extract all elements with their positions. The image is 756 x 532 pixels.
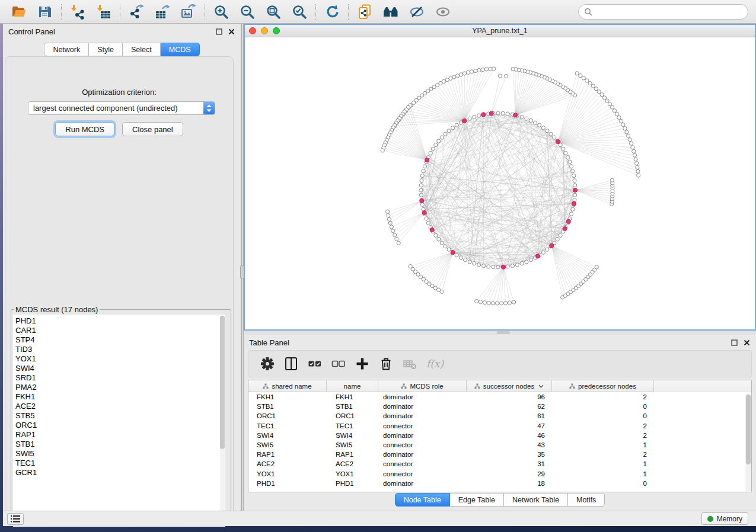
- control-panel-tabs: Network Style Select MCDS: [3, 43, 241, 56]
- shared-column-icon: [569, 383, 575, 389]
- table-row[interactable]: STB1STB1dominator620: [248, 402, 751, 411]
- tab-mcds[interactable]: MCDS: [161, 43, 200, 56]
- delete-table-icon[interactable]: [403, 357, 417, 371]
- import-table-icon[interactable]: [96, 4, 111, 20]
- mcds-node-item[interactable]: GCR1: [15, 468, 225, 477]
- control-panel-titlebar: Control Panel: [3, 24, 241, 39]
- mcds-node-item[interactable]: FKH1: [15, 392, 225, 402]
- share-document-icon[interactable]: [357, 4, 372, 20]
- mcds-node-item[interactable]: ORC1: [15, 421, 225, 430]
- show-panels-icon[interactable]: [435, 4, 451, 20]
- mcds-node-item[interactable]: STB1: [15, 440, 225, 449]
- mcds-node-item[interactable]: SRD1: [15, 373, 225, 383]
- tab-select[interactable]: Select: [123, 43, 161, 56]
- mcds-node-item[interactable]: STB5: [15, 411, 225, 421]
- tab-style[interactable]: Style: [89, 43, 123, 56]
- mcds-node-item[interactable]: SWI4: [15, 364, 225, 373]
- mcds-node-item[interactable]: PHD1: [15, 316, 225, 326]
- control-panel-title: Control Panel: [8, 27, 55, 36]
- table-toolbar: f(x): [248, 350, 752, 377]
- task-history-button[interactable]: [7, 513, 24, 525]
- table-row[interactable]: SWI5SWI5connector431: [248, 440, 751, 450]
- column-header-name[interactable]: name: [327, 380, 378, 392]
- sort-descending-icon: [538, 384, 544, 388]
- table-row[interactable]: RAP1RAP1dominator352: [248, 450, 751, 459]
- table-row[interactable]: SWI4SWI4dominator462: [248, 431, 751, 440]
- mcds-node-item[interactable]: ACE2: [15, 402, 225, 411]
- search-icon: [584, 8, 592, 16]
- mcds-list-scrollbar[interactable]: [220, 316, 225, 525]
- export-image-icon[interactable]: [181, 4, 196, 20]
- column-header-successor-nodes[interactable]: successor nodes: [467, 380, 552, 392]
- add-column-icon[interactable]: [355, 357, 369, 371]
- close-panel-icon[interactable]: [228, 28, 235, 36]
- table-scrollbar[interactable]: [745, 393, 751, 492]
- mcds-node-item[interactable]: CAR1: [15, 326, 225, 335]
- zoom-out-icon[interactable]: [240, 4, 255, 20]
- run-mcds-button[interactable]: Run MCDS: [55, 122, 114, 136]
- column-header-shared-name[interactable]: shared name: [248, 380, 327, 392]
- column-header-predecessor-nodes[interactable]: predecessor nodes: [552, 380, 654, 392]
- mcds-node-item[interactable]: RAP1: [15, 430, 225, 440]
- network-window-titlebar: YPA_prune.txt_1: [245, 25, 755, 37]
- hide-panels-icon[interactable]: [409, 4, 425, 20]
- refresh-icon[interactable]: [324, 4, 340, 20]
- search-network-icon[interactable]: [383, 4, 398, 20]
- tab-network[interactable]: Network: [44, 43, 89, 56]
- tab-edge-table[interactable]: Edge Table: [450, 493, 504, 507]
- import-network-icon[interactable]: [70, 4, 85, 20]
- show-columns-icon[interactable]: [284, 357, 298, 371]
- search-input[interactable]: [592, 7, 742, 17]
- toolbar-separator: [315, 4, 316, 20]
- table-row[interactable]: ORC1ORC1dominator610: [248, 411, 751, 421]
- table-row[interactable]: YOX1YOX1connector291: [248, 469, 751, 479]
- toolbar-separator: [61, 4, 62, 20]
- network-window-title: YPA_prune.txt_1: [245, 27, 755, 35]
- save-icon[interactable]: [37, 4, 53, 20]
- tab-network-table[interactable]: Network Table: [504, 493, 568, 507]
- float-panel-icon[interactable]: [215, 28, 223, 36]
- status-bar: Memory: [3, 511, 756, 526]
- close-panel-icon[interactable]: [743, 339, 751, 347]
- tab-node-table[interactable]: Node Table: [395, 493, 450, 507]
- table-row[interactable]: ACE2ACE2connector311: [248, 459, 751, 469]
- horizontal-splitter-grip[interactable]: [497, 331, 510, 334]
- export-table-icon[interactable]: [155, 4, 170, 20]
- horizontal-splitter[interactable]: [244, 331, 756, 335]
- mcds-result-group: MCDS result (17 nodes) PHD1CAR1STP4TID3Y…: [11, 305, 231, 525]
- node-table: shared name name MCDS role successor nod…: [248, 380, 752, 492]
- memory-button[interactable]: Memory: [701, 512, 748, 525]
- mcds-node-item[interactable]: PMA2: [15, 383, 225, 392]
- criterion-value: largest connected component (undirected): [28, 104, 203, 113]
- zoom-selected-icon[interactable]: [292, 4, 307, 20]
- mcds-node-item[interactable]: STP4: [15, 335, 225, 345]
- close-panel-button[interactable]: Close panel: [122, 122, 183, 136]
- deselect-all-icon[interactable]: [331, 357, 346, 371]
- main-toolbar: [0, 0, 756, 24]
- table-row[interactable]: PHD1PHD1dominator180: [248, 479, 751, 488]
- search-field[interactable]: [578, 4, 748, 20]
- criterion-dropdown[interactable]: largest connected component (undirected): [28, 101, 215, 115]
- table-row[interactable]: TEC1TEC1connector472: [248, 421, 751, 431]
- mcds-result-list[interactable]: PHD1CAR1STP4TID3YOX1SWI4SRD1PMA2FKH1ACE2…: [13, 315, 225, 527]
- tab-motifs[interactable]: Motifs: [568, 493, 605, 507]
- zoom-fit-icon[interactable]: [266, 4, 281, 20]
- export-network-icon[interactable]: [129, 4, 144, 20]
- select-all-icon[interactable]: [308, 357, 322, 371]
- open-folder-icon[interactable]: [11, 4, 27, 20]
- mcds-node-item[interactable]: TEC1: [15, 459, 225, 468]
- table-row[interactable]: FKH1FKH1dominator962: [248, 392, 751, 402]
- toolbar-separator: [120, 4, 120, 20]
- mcds-node-item[interactable]: YOX1: [15, 354, 225, 364]
- shared-column-icon: [474, 383, 480, 389]
- delete-column-icon[interactable]: [379, 357, 393, 371]
- float-panel-icon[interactable]: [731, 339, 738, 347]
- gear-icon[interactable]: [260, 357, 275, 371]
- function-builder-icon[interactable]: f(x): [426, 357, 444, 371]
- network-canvas[interactable]: [245, 37, 755, 329]
- mcds-node-item[interactable]: SWI5: [15, 449, 225, 459]
- mcds-node-item[interactable]: TID3: [15, 345, 225, 354]
- memory-label: Memory: [717, 515, 742, 523]
- column-header-mcds-role[interactable]: MCDS role: [378, 380, 467, 392]
- zoom-in-icon[interactable]: [213, 4, 229, 20]
